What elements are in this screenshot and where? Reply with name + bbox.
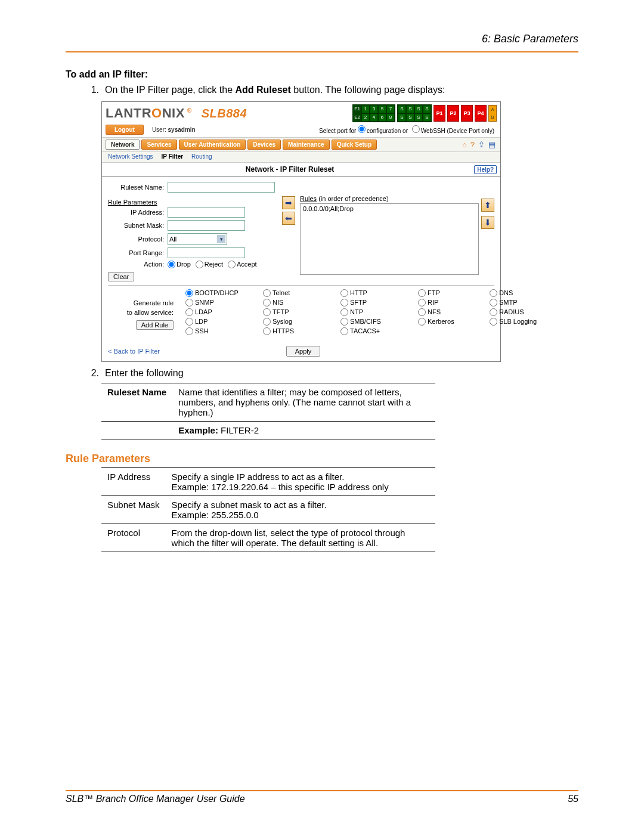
rule-item-0[interactable]: 0.0.0.0/0;All;Drop [303, 205, 476, 212]
port-ab[interactable]: AB [488, 105, 497, 122]
service-radio[interactable] [263, 327, 271, 335]
port-input[interactable] [168, 247, 245, 258]
add-rule-button[interactable]: Add Rule [136, 320, 174, 330]
service-radio[interactable] [418, 289, 426, 297]
arrow-left-button[interactable]: ⬅ [282, 212, 295, 225]
port-s7[interactable]: S [414, 113, 423, 122]
service-radio[interactable] [340, 308, 348, 316]
service-https[interactable]: HTTPS [263, 327, 340, 335]
service-radio[interactable] [490, 308, 497, 316]
service-radio[interactable] [263, 289, 271, 297]
rules-listbox[interactable]: 0.0.0.0/0;All;Drop [300, 203, 479, 275]
service-telnet[interactable]: Telnet [263, 289, 340, 297]
service-rip[interactable]: RIP [418, 299, 490, 306]
apply-button[interactable]: Apply [286, 346, 321, 357]
tab-services[interactable]: Services [141, 140, 177, 150]
mask-input[interactable] [168, 220, 245, 231]
service-ntp[interactable]: NTP [340, 308, 418, 316]
port-s4[interactable]: S [423, 105, 431, 113]
list-icon[interactable]: ▤ [488, 140, 496, 149]
port-p2[interactable]: P2 [447, 105, 459, 122]
port-p4[interactable]: P4 [475, 105, 487, 122]
export-icon[interactable]: ⇪ [478, 140, 485, 149]
service-radio[interactable] [263, 299, 271, 306]
service-tacacs-[interactable]: TACACS+ [340, 327, 418, 335]
service-radio[interactable] [185, 318, 193, 326]
radio-accept[interactable] [228, 261, 236, 268]
port-8[interactable]: 8 [386, 113, 395, 122]
service-radius[interactable]: RADIUS [490, 308, 555, 316]
service-syslog[interactable]: Syslog [263, 318, 340, 326]
service-ldap[interactable]: LDAP [185, 308, 263, 316]
service-radio[interactable] [263, 318, 271, 326]
service-kerberos[interactable]: Kerberos [418, 318, 490, 326]
home-icon[interactable]: ⌂ [462, 140, 467, 149]
radio-drop[interactable] [168, 261, 175, 268]
tab-devices[interactable]: Devices [247, 140, 281, 150]
service-nis[interactable]: NIS [263, 299, 340, 306]
service-radio[interactable] [490, 289, 497, 297]
tab-maintenance[interactable]: Maintenance [283, 140, 330, 150]
service-sftp[interactable]: SFTP [340, 299, 418, 306]
service-radio[interactable] [185, 327, 193, 335]
clear-button[interactable]: Clear [108, 272, 134, 281]
service-http[interactable]: HTTP [340, 289, 418, 297]
service-dns[interactable]: DNS [490, 289, 555, 297]
service-radio[interactable] [418, 299, 426, 306]
ip-input[interactable] [168, 207, 245, 218]
tab-user-auth[interactable]: User Authentication [179, 140, 246, 150]
back-link[interactable]: < Back to IP Filter [108, 348, 160, 355]
service-radio[interactable] [185, 289, 193, 297]
service-ssh[interactable]: SSH [185, 327, 263, 335]
service-smtp[interactable]: SMTP [490, 299, 555, 306]
service-snmp[interactable]: SNMP [185, 299, 263, 306]
service-radio[interactable] [340, 327, 348, 335]
tab-quick-setup[interactable]: Quick Setup [332, 140, 377, 150]
help-icon[interactable]: ? [470, 140, 475, 149]
port-5[interactable]: 5 [378, 105, 386, 113]
service-radio[interactable] [418, 308, 426, 316]
port-s5[interactable]: S [398, 113, 406, 122]
port-6[interactable]: 6 [378, 113, 386, 122]
service-radio[interactable] [185, 299, 193, 306]
arrow-right-button[interactable]: ➡ [282, 196, 295, 209]
subtab-network-settings[interactable]: Network Settings [108, 153, 153, 160]
service-ftp[interactable]: FTP [418, 289, 490, 297]
subtab-routing[interactable]: Routing [191, 153, 212, 160]
port-3[interactable]: 3 [370, 105, 378, 113]
port-selector[interactable]: E1 1 3 5 7 E2 2 4 6 8 S S S S S [352, 104, 497, 122]
service-radio[interactable] [340, 318, 348, 326]
port-2[interactable]: 2 [361, 113, 370, 122]
port-1[interactable]: 1 [361, 105, 370, 113]
service-radio[interactable] [490, 299, 497, 306]
radio-configuration[interactable] [358, 125, 366, 133]
tab-network[interactable]: Network [106, 140, 140, 150]
port-s6[interactable]: S [406, 113, 414, 122]
service-radio[interactable] [340, 289, 348, 297]
port-s1[interactable]: S [398, 105, 406, 113]
radio-reject[interactable] [196, 261, 203, 268]
service-nfs[interactable]: NFS [418, 308, 490, 316]
subtab-ip-filter[interactable]: IP Filter [162, 153, 184, 160]
arrow-up-button[interactable]: ⬆ [481, 199, 494, 212]
port-4[interactable]: 4 [370, 113, 378, 122]
port-p1[interactable]: P1 [434, 105, 445, 122]
port-s8[interactable]: S [423, 113, 431, 122]
service-tftp[interactable]: TFTP [263, 308, 340, 316]
port-p3[interactable]: P3 [461, 105, 473, 122]
arrow-down-button[interactable]: ⬇ [481, 216, 494, 229]
radio-webssh[interactable] [412, 125, 420, 133]
panel-help-button[interactable]: Help? [474, 165, 497, 174]
service-radio[interactable] [263, 308, 271, 316]
ruleset-name-input[interactable] [168, 182, 275, 193]
protocol-select[interactable]: All▾ [168, 233, 227, 245]
service-radio[interactable] [185, 308, 193, 316]
service-smb-cifs[interactable]: SMB/CIFS [340, 318, 418, 326]
port-s2[interactable]: S [406, 105, 414, 113]
service-slb-logging[interactable]: SLB Logging [490, 318, 555, 326]
service-radio[interactable] [490, 318, 497, 326]
port-7[interactable]: 7 [386, 105, 395, 113]
service-radio[interactable] [418, 318, 426, 326]
service-bootp-dhcp[interactable]: BOOTP/DHCP [185, 289, 263, 297]
service-radio[interactable] [340, 299, 348, 306]
